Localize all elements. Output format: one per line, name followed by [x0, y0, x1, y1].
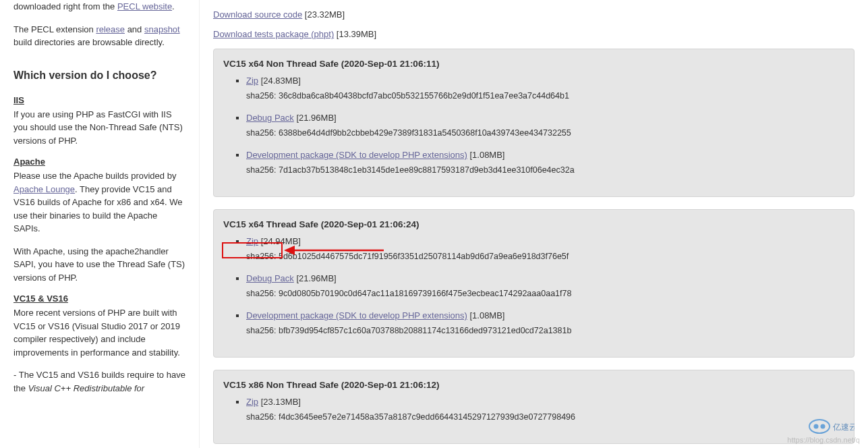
download-size: [24.83MB] — [258, 76, 301, 86]
main-content: Download source code [23.32MB] Download … — [200, 0, 868, 448]
download-tests-line: Download tests package (phpt) [13.39MB] — [213, 29, 855, 39]
pecl-ext-line: The PECL extension release and snapshot … — [13, 23, 185, 49]
download-source-link[interactable]: Download source code — [213, 9, 302, 20]
apache-text2: With Apache, using the apache2handler SA… — [13, 245, 185, 285]
download-sha: sha256: f4dc3645ee57e2e71458a357a8187c9e… — [246, 412, 844, 422]
release-title: VC15 x86 Non Thread Safe (2020-Sep-01 21… — [223, 380, 844, 390]
apache-heading: Apache — [13, 157, 185, 167]
release-title: VC15 x64 Thread Safe (2020-Sep-01 21:06:… — [223, 219, 844, 229]
download-item: Zip [23.13MB]sha256: f4dc3645ee57e2e7145… — [246, 397, 844, 422]
pecl-website-link[interactable]: PECL website — [117, 1, 172, 11]
pecl-ext-text2: and — [125, 24, 144, 34]
pecl-ext-text1: The PECL extension — [13, 24, 96, 34]
vc-redist-em: Visual C++ Redistributable for — [28, 383, 144, 393]
download-tests-size: [13.39MB] — [334, 29, 376, 39]
sidebar: downloaded right from the PECL website. … — [0, 0, 200, 448]
download-sha: sha256: bfb739d954cf857c1c60a703788b2088… — [246, 326, 844, 335]
release-title: VC15 x64 Non Thread Safe (2020-Sep-01 21… — [223, 59, 844, 69]
download-sha: sha256: 36c8dba6ca8b40438bcfd7abc05b5321… — [246, 91, 844, 101]
download-size: [1.08MB] — [467, 150, 505, 160]
download-link[interactable]: Zip — [246, 76, 258, 86]
download-list: Zip [24.83MB]sha256: 36c8dba6ca8b40438bc… — [223, 76, 844, 175]
pecl-intro-block: downloaded right from the PECL website. … — [13, 0, 185, 49]
download-item: Development package (SDK to develop PHP … — [246, 310, 844, 335]
download-link[interactable]: Zip — [246, 397, 258, 407]
download-size: [1.08MB] — [467, 310, 505, 320]
release-link[interactable]: release — [96, 24, 125, 34]
download-link[interactable]: Development package (SDK to develop PHP … — [246, 150, 467, 160]
pecl-intro-text: downloaded right from the — [13, 1, 117, 11]
apache-text1a: Please use the Apache builds provided by — [13, 171, 176, 181]
download-item: Debug Pack [21.96MB]sha256: 9c0d0805b701… — [246, 273, 844, 298]
download-size: [21.96MB] — [294, 113, 337, 123]
apache-text1: Please use the Apache builds provided by… — [13, 169, 185, 235]
svg-point-2 — [809, 420, 830, 433]
download-list: Zip [23.13MB]sha256: f4dc3645ee57e2e7145… — [223, 397, 844, 422]
download-size: [21.96MB] — [294, 273, 337, 283]
vc-heading: VC15 & VS16 — [13, 293, 185, 304]
version-heading: Which version do I choose? — [13, 69, 185, 82]
download-tests-link[interactable]: Download tests package (phpt) — [213, 29, 334, 39]
svg-point-4 — [821, 424, 826, 429]
vc-text2: - The VC15 and VS16 builds require to ha… — [13, 368, 185, 395]
snapshot-link[interactable]: snapshot — [144, 24, 180, 34]
download-source-line: Download source code [23.32MB] — [213, 9, 855, 20]
download-sha: sha256: 7d1acb37b513848c1eb3145de1ee89c8… — [246, 165, 844, 175]
release-box: VC15 x86 Non Thread Safe (2020-Sep-01 21… — [213, 370, 855, 444]
iis-text: If you are using PHP as FastCGI with IIS… — [13, 108, 185, 148]
svg-point-3 — [814, 424, 819, 429]
vc-text1: More recent versions of PHP are built wi… — [13, 306, 185, 359]
download-item: Debug Pack [21.96MB]sha256: 6388be64d4df… — [246, 113, 844, 138]
arrow-icon — [283, 240, 390, 260]
download-sha: sha256: 6388be64d4df9bb2cbbeb429e7389f31… — [246, 128, 844, 138]
highlight-box — [222, 242, 283, 258]
pecl-ext-text3: build directories are browsable directly… — [13, 37, 165, 47]
svg-marker-1 — [284, 246, 295, 255]
release-box: VC15 x64 Thread Safe (2020-Sep-01 21:06:… — [213, 209, 855, 358]
download-link[interactable]: Debug Pack — [246, 113, 294, 123]
yisu-logo: 亿速云 — [807, 415, 855, 440]
download-sha: sha256: 9c0d0805b70190c0d647ac11a1816973… — [246, 289, 844, 298]
download-size: [23.13MB] — [258, 397, 301, 407]
iis-heading: IIS — [13, 95, 185, 105]
apache-lounge-link[interactable]: Apache Lounge — [13, 184, 75, 194]
download-link[interactable]: Development package (SDK to develop PHP … — [246, 310, 467, 320]
svg-text:亿速云: 亿速云 — [832, 422, 855, 432]
release-box: VC15 x64 Non Thread Safe (2020-Sep-01 21… — [213, 49, 855, 197]
download-item: Zip [24.83MB]sha256: 36c8dba6ca8b40438bc… — [246, 76, 844, 101]
download-link[interactable]: Debug Pack — [246, 273, 294, 283]
download-item: Development package (SDK to develop PHP … — [246, 150, 844, 175]
pecl-intro-line: downloaded right from the PECL website. — [13, 0, 185, 13]
download-source-size: [23.32MB] — [302, 9, 345, 20]
